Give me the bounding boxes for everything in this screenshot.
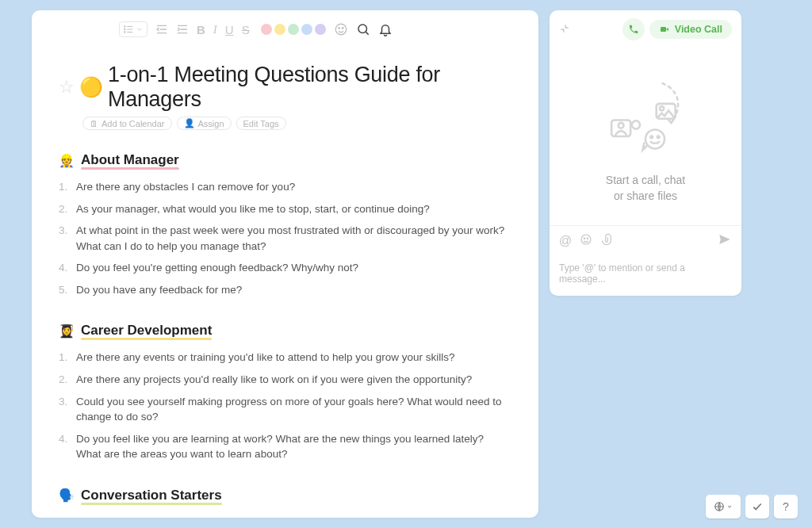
favorite-star-icon[interactable]: ☆ [59, 77, 75, 98]
ordered-list-button[interactable] [119, 21, 147, 37]
attach-icon[interactable] [600, 233, 613, 249]
empty-line-2: or share files [606, 189, 685, 205]
question-list: Are there any events or training you'd l… [59, 346, 511, 465]
chip-label: Assign [198, 119, 224, 128]
strike-button[interactable]: S [242, 23, 250, 36]
chat-illustration [598, 70, 693, 165]
highlight-blue[interactable] [301, 24, 312, 35]
section-header: 👩‍🎓Career Development [59, 323, 511, 339]
section-title[interactable]: Conversation Starters [81, 488, 222, 503]
highlight-yellow[interactable] [274, 24, 285, 35]
section-title[interactable]: About Manager [81, 152, 179, 168]
section-emoji: 🗣️ [59, 488, 75, 503]
svg-point-23 [645, 129, 665, 148]
list-item[interactable]: As your manager, what would you like me … [59, 198, 511, 220]
meta-chips: 🗓 Add to Calendar 👤 Assign Edit Tags [82, 117, 511, 130]
svg-point-15 [358, 25, 367, 33]
emoji-icon[interactable] [580, 233, 592, 249]
chat-empty-state: Start a call, chat or share files [550, 48, 741, 225]
video-icon [659, 25, 670, 34]
help-button[interactable]: ? [774, 495, 798, 518]
svg-point-25 [657, 136, 660, 138]
indent-button[interactable] [176, 23, 189, 36]
bold-button[interactable]: B [197, 23, 205, 36]
svg-point-3 [124, 26, 125, 27]
mention-icon[interactable]: @ [559, 234, 572, 248]
language-button[interactable] [706, 495, 741, 518]
collapse-icon[interactable] [559, 23, 570, 36]
outdent-button[interactable] [155, 23, 168, 36]
confirm-button[interactable] [745, 495, 769, 518]
add-to-calendar-chip[interactable]: 🗓 Add to Calendar [82, 117, 172, 130]
chip-label: Add to Calendar [102, 119, 165, 128]
calendar-icon: 🗓 [90, 119, 98, 128]
svg-point-14 [342, 28, 343, 29]
svg-line-16 [366, 32, 368, 34]
voice-call-button[interactable] [622, 18, 645, 40]
edit-tags-chip[interactable]: Edit Tags [236, 117, 286, 130]
video-call-button[interactable]: Video Call [649, 20, 732, 39]
svg-point-27 [584, 238, 585, 239]
section-emoji: 👷 [59, 153, 75, 168]
highlight-pink[interactable] [261, 24, 272, 35]
svg-point-28 [588, 238, 588, 239]
title-emoji: 🟡 [79, 76, 103, 98]
chat-panel: Video Call Start a call, cha [550, 10, 741, 296]
formatting-toolbar: B I U S [32, 10, 538, 48]
document-body: ☆ 🟡 1-on-1 Meeting Questions Guide for M… [32, 63, 538, 518]
highlight-color-picker [261, 24, 326, 35]
section-header: 👷About Manager [59, 152, 511, 168]
svg-point-20 [660, 106, 664, 110]
list-item[interactable]: Are there any projects you'd really like… [59, 369, 511, 391]
send-button[interactable] [718, 232, 732, 250]
svg-point-13 [339, 28, 340, 29]
highlight-purple[interactable] [315, 24, 326, 35]
doc-section: 👷About ManagerAre there any obstacles I … [59, 152, 511, 300]
page-title[interactable]: 1-on-1 Meeting Questions Guide for Manag… [108, 63, 511, 112]
underline-button[interactable]: U [225, 23, 234, 36]
svg-point-26 [581, 235, 591, 244]
svg-marker-18 [666, 28, 668, 31]
chat-input[interactable]: Type '@' to mention or send a message... [550, 256, 741, 296]
highlight-green[interactable] [288, 24, 299, 35]
notifications-button[interactable] [378, 22, 393, 36]
person-icon: 👤 [184, 118, 195, 128]
question-list: Are there any obstacles I can remove for… [59, 176, 511, 300]
question-list: Are you on track to meet the deadline?He… [59, 511, 511, 518]
list-item[interactable]: At what point in the past week were you … [59, 220, 511, 257]
list-item[interactable]: Do you have any feedback for me? [59, 279, 511, 301]
list-item[interactable]: Are there any events or training you'd l… [59, 346, 511, 369]
italic-button[interactable]: I [213, 23, 217, 36]
section-header: 🗣️Conversation Starters [59, 488, 511, 503]
document-panel: B I U S ☆ 🟡 1-on-1 Meeting Questions Gui… [32, 10, 538, 518]
svg-point-24 [650, 136, 653, 138]
video-call-label: Video Call [675, 24, 722, 35]
empty-state-text: Start a call, chat or share files [606, 173, 685, 204]
svg-point-12 [335, 24, 347, 35]
svg-point-5 [124, 32, 125, 33]
chip-label: Edit Tags [243, 119, 279, 128]
search-button[interactable] [356, 22, 370, 36]
chat-input-toolbar: @ [550, 225, 741, 256]
list-item[interactable]: Are there any obstacles I can remove for… [59, 176, 511, 198]
list-item[interactable]: Do you feel like you are learning at wor… [59, 428, 511, 465]
list-item[interactable]: Do you feel you're getting enough feedba… [59, 257, 511, 279]
title-row: ☆ 🟡 1-on-1 Meeting Questions Guide for M… [59, 63, 511, 112]
chat-panel-header: Video Call [550, 10, 741, 48]
doc-section: 🗣️Conversation StartersAre you on track … [59, 488, 511, 518]
section-emoji: 👩‍🎓 [59, 323, 75, 339]
svg-rect-17 [661, 27, 666, 32]
svg-point-4 [124, 29, 125, 29]
list-item[interactable]: Are you on track to meet the deadline? [59, 511, 511, 518]
svg-point-22 [619, 123, 624, 128]
list-item[interactable]: Could you see yourself making progress o… [59, 391, 511, 428]
emoji-button[interactable] [334, 22, 348, 36]
empty-line-1: Start a call, chat [606, 173, 685, 189]
section-title[interactable]: Career Development [81, 323, 212, 339]
floating-tools: ? [706, 495, 798, 518]
doc-section: 👩‍🎓Career DevelopmentAre there any event… [59, 323, 511, 465]
assign-chip[interactable]: 👤 Assign [177, 117, 232, 130]
